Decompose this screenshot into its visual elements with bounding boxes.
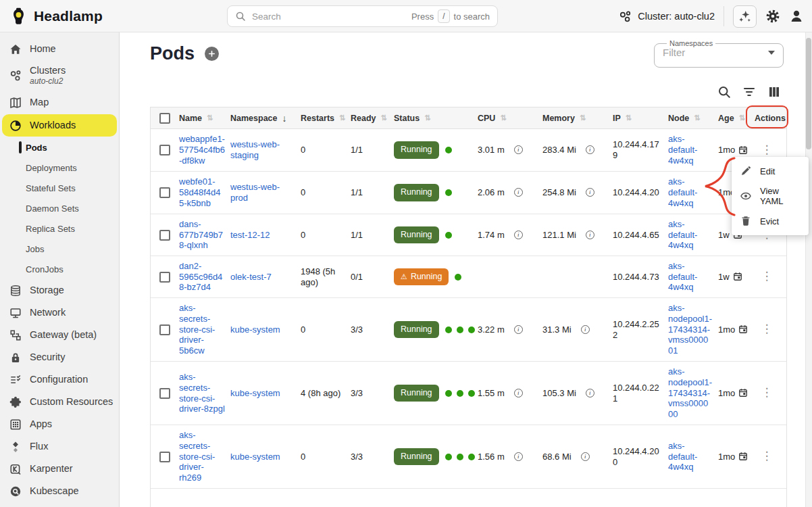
info-icon[interactable]: i [514, 231, 523, 239]
namespace-link[interactable]: kube-system [230, 324, 280, 335]
sidebar-item-map[interactable]: Map [0, 91, 119, 114]
sidebar-item-stateful-sets[interactable]: Stateful Sets [0, 178, 119, 198]
pod-name-link[interactable]: aks-secrets-store-csi-driver-5b6cw [179, 303, 215, 356]
column-header-name[interactable]: Name⇅ [179, 114, 230, 123]
calendar-icon[interactable] [738, 452, 748, 461]
info-icon[interactable]: i [514, 389, 523, 397]
sidebar-item-flux[interactable]: Flux [0, 435, 119, 458]
column-header-node[interactable]: Node⇅ [668, 114, 718, 123]
row-checkbox[interactable] [159, 187, 170, 198]
row-checkbox[interactable] [159, 272, 170, 283]
calendar-icon[interactable] [738, 324, 748, 334]
pod-name-link[interactable]: webappfe1-57754c4fb6-df8kw [179, 134, 225, 166]
column-header-age[interactable]: Age⇅ [718, 114, 755, 123]
row-checkbox[interactable] [159, 145, 170, 155]
column-header-namespace[interactable]: Namespace↓ [230, 113, 301, 124]
row-actions-menu-button[interactable]: ⋮ [755, 143, 779, 158]
info-icon[interactable]: i [586, 231, 594, 239]
column-header-actions[interactable]: Actions [755, 114, 784, 123]
node-link[interactable]: aks-default-4w4xq [668, 176, 697, 208]
sidebar-item-apps[interactable]: Apps [0, 413, 119, 435]
calendar-icon[interactable] [738, 145, 748, 155]
namespace-link[interactable]: westus-web-prod [230, 182, 280, 203]
node-link[interactable]: aks-default-4w4xq [668, 134, 697, 166]
sidebar-item-security[interactable]: Security [0, 346, 119, 368]
user-account-button[interactable] [789, 9, 804, 24]
row-actions-menu-button[interactable]: ⋮ [755, 386, 779, 400]
menu-item-edit[interactable]: Edit [732, 161, 809, 181]
sidebar-item-clusters[interactable]: Clustersauto-clu2 [0, 60, 119, 91]
namespace-link[interactable]: kube-system [230, 388, 280, 398]
calendar-icon[interactable] [733, 272, 742, 281]
sort-icon[interactable]: ⇅ [207, 114, 213, 122]
sort-icon[interactable]: ⇅ [339, 114, 345, 122]
column-header-cpu[interactable]: CPU⇅ [478, 114, 542, 123]
info-icon[interactable]: i [586, 389, 594, 397]
cluster-chooser-button[interactable]: Cluster: auto-clu2 [619, 10, 715, 23]
pod-name-link[interactable]: dan2-5965c96d48-bz7d4 [179, 261, 222, 293]
sidebar-item-jobs[interactable]: Jobs [0, 239, 119, 259]
page-scrollbar-thumb[interactable] [806, 38, 811, 149]
column-header-ready[interactable]: Ready⇅ [351, 114, 394, 123]
info-icon[interactable]: i [514, 188, 523, 197]
table-search-button[interactable] [717, 85, 731, 99]
namespace-link[interactable]: test-12-12 [230, 230, 270, 240]
column-header-memory[interactable]: Memory⇅ [542, 114, 613, 123]
sidebar-item-custom-resources[interactable]: Custom Resources [0, 391, 119, 413]
row-actions-menu-button[interactable]: ⋮ [755, 322, 779, 337]
info-icon[interactable]: i [586, 145, 594, 154]
sidebar-item-daemon-sets[interactable]: Daemon Sets [0, 198, 119, 218]
column-header-restarts[interactable]: Restarts⇅ [301, 114, 351, 123]
sidebar-item-workloads[interactable]: Workloads [2, 114, 117, 137]
pod-name-link[interactable]: webfe01-58d48f4d45-k5bnb [179, 176, 220, 208]
sidebar-item-pods[interactable]: Pods [0, 137, 119, 158]
node-link[interactable]: aks-nodepool1-17434314-vmss000001 [668, 303, 712, 356]
calendar-icon[interactable] [738, 388, 748, 397]
create-pod-button[interactable] [205, 47, 219, 61]
select-all-checkbox[interactable] [159, 113, 170, 124]
sort-icon[interactable]: ⇅ [424, 114, 430, 122]
global-search-input[interactable]: Search Press / to search [227, 5, 498, 27]
sidebar-item-kubescape[interactable]: Kubescape [0, 480, 119, 502]
sidebar-item-network[interactable]: Network [0, 301, 119, 324]
pod-name-link[interactable]: aks-secrets-store-csi-driver-rh269 [179, 430, 215, 483]
node-link[interactable]: aks-default-4w4xq [668, 261, 697, 293]
info-icon[interactable]: i [586, 188, 594, 197]
namespace-link[interactable]: westus-web-staging [230, 139, 280, 160]
info-icon[interactable]: i [581, 325, 590, 334]
namespaces-filter-select[interactable]: Namespaces Filter [654, 39, 784, 68]
sidebar-item-deployments[interactable]: Deployments [0, 158, 119, 178]
namespace-link[interactable]: olek-test-7 [230, 272, 272, 282]
column-header-status[interactable]: Status⇅ [394, 114, 478, 123]
settings-button[interactable] [765, 9, 780, 24]
sidebar-item-gateway-beta[interactable]: Gateway (beta) [0, 324, 119, 346]
node-link[interactable]: aks-nodepool1-17434314-vmss000000 [668, 366, 712, 419]
sidebar-item-karpenter[interactable]: Karpenter [0, 458, 119, 480]
sidebar-item-cronjobs[interactable]: CronJobs [0, 259, 119, 279]
info-icon[interactable]: i [514, 325, 523, 334]
pod-name-link[interactable]: aks-secrets-store-csi-driver-8zpgl [179, 372, 225, 414]
row-checkbox[interactable] [159, 452, 170, 462]
pod-name-link[interactable]: dans-677b749b78-qlxnh [179, 219, 223, 251]
sidebar-item-storage[interactable]: Storage [0, 279, 119, 301]
table-filter-button[interactable] [742, 85, 756, 99]
menu-item-evict[interactable]: Evict [732, 211, 809, 231]
sort-icon[interactable]: ⇅ [500, 114, 506, 122]
sidebar-item-home[interactable]: Home [0, 38, 119, 60]
row-actions-menu-button[interactable]: ⋮ [755, 270, 779, 284]
info-icon[interactable]: i [581, 452, 590, 461]
row-checkbox[interactable] [159, 230, 170, 241]
page-scrollbar[interactable] [805, 32, 812, 507]
info-icon[interactable]: i [514, 452, 523, 461]
sort-icon[interactable]: ⇅ [626, 114, 632, 122]
node-link[interactable]: aks-default-4w4xq [668, 441, 697, 473]
sort-icon[interactable]: ⇅ [694, 114, 700, 122]
sidebar-item-configuration[interactable]: Configuration [0, 368, 119, 391]
namespace-link[interactable]: kube-system [230, 452, 280, 462]
row-checkbox[interactable] [159, 388, 170, 399]
sort-icon[interactable]: ⇅ [739, 114, 745, 122]
info-icon[interactable]: i [514, 145, 523, 154]
column-header-ip[interactable]: IP⇅ [613, 114, 668, 123]
table-columns-button[interactable] [767, 85, 781, 99]
sidebar-item-replica-sets[interactable]: Replica Sets [0, 218, 119, 239]
